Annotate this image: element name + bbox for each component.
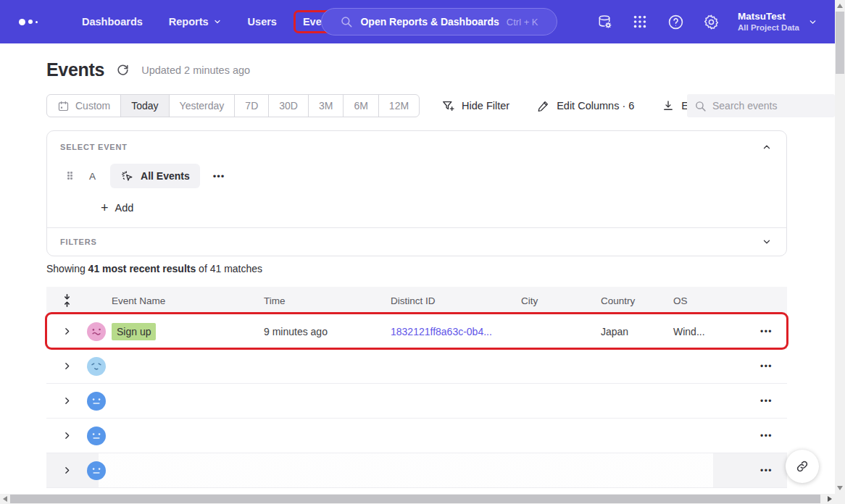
clause-letter: A bbox=[89, 171, 96, 182]
project-switcher[interactable]: MatsuTest All Project Data bbox=[738, 0, 817, 43]
events-search-box bbox=[687, 94, 835, 117]
date-range-7d[interactable]: 7D bbox=[234, 95, 268, 117]
row-expand-chevron-icon[interactable] bbox=[46, 361, 87, 371]
results-summary: Showing 41 most recent results of 41 mat… bbox=[46, 263, 262, 274]
row-expand-chevron-icon[interactable] bbox=[46, 327, 87, 336]
help-icon[interactable] bbox=[667, 13, 684, 30]
table-row-redacted[interactable]: ••• bbox=[46, 349, 787, 384]
scroll-down-arrow-icon[interactable] bbox=[837, 486, 843, 490]
chevron-down-icon[interactable] bbox=[762, 237, 772, 247]
link-icon bbox=[795, 459, 809, 474]
sparkle-cursor-icon bbox=[120, 169, 134, 183]
avatar bbox=[87, 322, 112, 341]
row-more-icon[interactable]: ••• bbox=[746, 361, 787, 371]
page-header: Events Updated 2 minutes ago bbox=[46, 59, 250, 80]
date-range-30d[interactable]: 30D bbox=[268, 95, 308, 117]
refresh-icon[interactable] bbox=[116, 63, 130, 77]
table-row-redacted[interactable]: ••• bbox=[46, 419, 787, 453]
filters-label: FILTERS bbox=[60, 238, 97, 246]
column-header-country[interactable]: Country bbox=[601, 295, 643, 306]
top-navbar: Dashboards Reports Users Events Open Rep… bbox=[0, 0, 835, 43]
global-search-placeholder: Open Reports & Dashboards bbox=[360, 16, 499, 28]
column-header-distinct-id[interactable]: Distinct ID bbox=[391, 295, 521, 306]
column-header-city[interactable]: City bbox=[521, 295, 601, 306]
hide-filter-button[interactable]: Hide Filter bbox=[441, 99, 509, 113]
toolbar-actions: Hide Filter Edit Columns · 6 Export bbox=[441, 99, 712, 113]
date-range-yesterday[interactable]: Yesterday bbox=[169, 95, 235, 117]
row-more-icon[interactable]: ••• bbox=[746, 431, 787, 441]
chevron-up-icon[interactable] bbox=[762, 142, 772, 152]
calendar-icon bbox=[57, 100, 70, 112]
date-range-3m[interactable]: 3M bbox=[308, 95, 343, 117]
plus-icon: + bbox=[101, 201, 109, 214]
filters-header[interactable]: FILTERS bbox=[60, 237, 772, 247]
page-title: Events bbox=[46, 59, 104, 80]
row-expand-chevron-icon[interactable] bbox=[46, 431, 87, 440]
pencil-icon bbox=[537, 99, 550, 112]
scroll-right-arrow-icon[interactable] bbox=[828, 496, 832, 502]
event-os: Wind... bbox=[673, 326, 746, 337]
column-header-event-name[interactable]: Event Name bbox=[112, 295, 264, 306]
column-header-os[interactable]: OS bbox=[673, 295, 746, 306]
filter-funnel-icon bbox=[441, 99, 455, 113]
all-events-chip[interactable]: All Events bbox=[110, 164, 200, 188]
row-expand-chevron-icon[interactable] bbox=[46, 396, 87, 406]
date-range-6m[interactable]: 6M bbox=[343, 95, 378, 117]
updated-timestamp: Updated 2 minutes ago bbox=[141, 64, 250, 76]
collapse-rows-icon[interactable] bbox=[46, 293, 87, 308]
event-name-highlighted: Sign up bbox=[112, 323, 156, 340]
event-time: 9 minutes ago bbox=[264, 326, 391, 337]
nav-item-users[interactable]: Users bbox=[238, 10, 286, 33]
nav-item-reports[interactable]: Reports bbox=[159, 10, 231, 33]
table-row-redacted[interactable]: ••• bbox=[46, 453, 787, 488]
chevron-down-icon bbox=[808, 17, 817, 27]
keyboard-shortcut: Ctrl + K bbox=[507, 17, 538, 28]
apps-grid-icon[interactable] bbox=[631, 13, 649, 30]
select-event-header[interactable]: SELECT EVENT bbox=[60, 142, 772, 152]
distinct-id-link[interactable]: 1832121ff8a63c-0b4... bbox=[391, 326, 492, 337]
event-more-icon[interactable]: ••• bbox=[213, 171, 225, 182]
table-row[interactable]: Sign up 9 minutes ago 1832121ff8a63c-0b4… bbox=[46, 314, 787, 349]
edit-columns-button[interactable]: Edit Columns · 6 bbox=[537, 99, 634, 112]
data-management-icon[interactable] bbox=[596, 13, 613, 30]
date-range-12m[interactable]: 12M bbox=[378, 95, 419, 117]
table-header-row: Event Name Time Distinct ID City Country… bbox=[46, 287, 787, 314]
settings-gear-icon[interactable] bbox=[702, 13, 720, 30]
table-row-redacted[interactable]: ••• bbox=[46, 384, 787, 419]
horizontal-scrollbar[interactable] bbox=[0, 494, 835, 504]
row-more-icon[interactable]: ••• bbox=[746, 327, 787, 337]
drag-handle-icon[interactable] bbox=[67, 172, 73, 180]
vertical-scrollbar-thumb[interactable] bbox=[836, 12, 844, 74]
date-range-picker: Custom Today Yesterday 7D 30D 3M 6M 12M bbox=[46, 94, 420, 117]
date-range-custom[interactable]: Custom bbox=[47, 95, 120, 117]
event-country: Japan bbox=[601, 326, 673, 337]
events-search-input[interactable] bbox=[712, 100, 828, 112]
events-page: Dashboards Reports Users Events Open Rep… bbox=[0, 0, 845, 504]
vertical-scrollbar[interactable] bbox=[835, 0, 845, 494]
copy-link-button[interactable] bbox=[786, 450, 819, 483]
global-search-button[interactable]: Open Reports & Dashboards Ctrl + K bbox=[321, 8, 557, 35]
select-event-label: SELECT EVENT bbox=[60, 143, 128, 151]
scroll-up-arrow-icon[interactable] bbox=[837, 4, 843, 8]
select-event-section: SELECT EVENT A All Events bbox=[47, 131, 786, 214]
row-expand-chevron-icon[interactable] bbox=[46, 466, 87, 475]
chevron-down-icon bbox=[213, 17, 222, 26]
scrollbar-corner bbox=[835, 494, 845, 504]
row-more-icon[interactable]: ••• bbox=[746, 396, 787, 406]
avatar bbox=[87, 357, 112, 376]
query-builder-card: SELECT EVENT A All Events bbox=[46, 130, 787, 256]
row-more-icon[interactable]: ••• bbox=[746, 466, 787, 476]
nav-item-dashboards[interactable]: Dashboards bbox=[72, 10, 152, 33]
date-range-today[interactable]: Today bbox=[120, 95, 168, 117]
mixpanel-logo-icon[interactable] bbox=[19, 19, 52, 25]
search-icon bbox=[340, 15, 353, 28]
event-clause-row: A All Events ••• bbox=[67, 164, 772, 188]
avatar bbox=[87, 427, 112, 445]
scroll-left-arrow-icon[interactable] bbox=[3, 496, 7, 502]
horizontal-scrollbar-thumb[interactable] bbox=[10, 495, 820, 503]
column-header-time[interactable]: Time bbox=[264, 295, 391, 306]
table-toolbar: Custom Today Yesterday 7D 30D 3M 6M 12M … bbox=[46, 94, 835, 117]
add-event-button[interactable]: + Add bbox=[101, 201, 772, 214]
filters-section: FILTERS bbox=[47, 227, 786, 256]
download-icon bbox=[662, 99, 675, 112]
